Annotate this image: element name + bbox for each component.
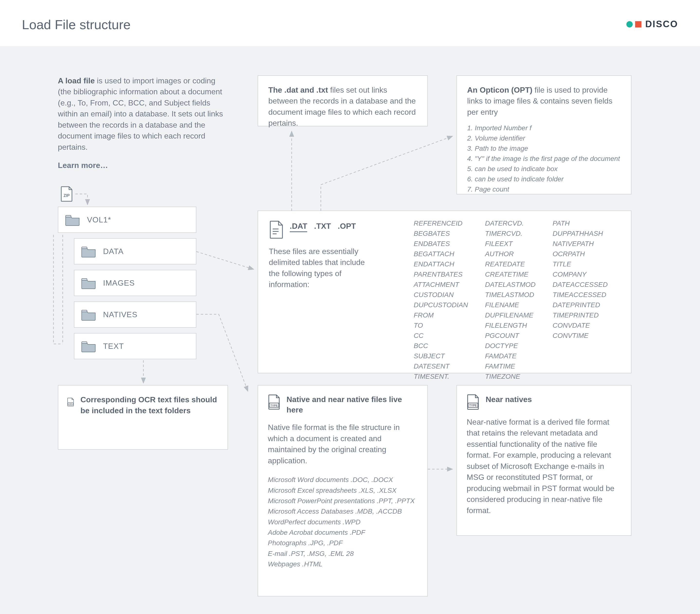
field-name: DATERCVD. (485, 218, 536, 228)
nearnative-description: Near-native format is a derived file for… (467, 417, 621, 516)
folder-icon (81, 277, 96, 289)
native-format-item: E-mail .PST, .MSG, .EML 28 (268, 548, 417, 559)
folder-data: DATA (74, 238, 196, 264)
opticon-bold: An Opticon (OPT) (467, 86, 532, 94)
field-name: AUTHOR (485, 249, 536, 259)
field-name: FAMTIME (485, 361, 536, 372)
folder-icon (81, 340, 96, 352)
field-name: CONVDATE (552, 321, 608, 330)
brand-logo: DISCO (626, 19, 678, 29)
folder-natives-label: NATIVES (103, 310, 138, 319)
folder-images: IMAGES (74, 270, 196, 296)
folder-root: VOL1* (58, 206, 196, 233)
folder-icon (81, 245, 96, 258)
field-name: TITLE (552, 259, 608, 269)
opticon-item: 1. Imported Number f (467, 123, 621, 133)
field-name: DATEACCESSED (552, 279, 608, 290)
field-name: FILENAME (485, 300, 536, 310)
field-name: DUPPATHHASH (552, 228, 608, 239)
native-format-item: Photographs .JPG, .PDF (268, 538, 417, 548)
field-name: TO (414, 321, 468, 330)
tab-dat[interactable]: .DAT (290, 222, 307, 232)
folder-natives: NATIVES (74, 301, 196, 328)
header: Load File structure DISCO (0, 0, 700, 46)
opticon-item: 3. Path to the image (467, 143, 621, 154)
native-format-item: Microsoft PowerPoint presentations .PPT,… (268, 496, 417, 506)
brand-dot-icon (626, 21, 633, 27)
field-name: TIMELASTMOD (485, 290, 536, 300)
nearnative-heading: Near natives (486, 394, 532, 405)
field-name: DATESENT (414, 361, 468, 372)
field-name: PATH (552, 218, 608, 228)
brand-square-icon (635, 21, 641, 27)
native-format-item: Microsoft Word documents .DOC, .DOCX (268, 475, 417, 485)
field-name: REATEDATE (485, 259, 536, 269)
field-name: BEGATTACH (414, 249, 468, 259)
opticon-item: 4. "Y" if the image is the first page of… (467, 154, 621, 164)
field-name: ENDATTACH (414, 259, 468, 269)
opticon-field-list: 1. Imported Number f 2. Volume identifie… (467, 123, 621, 195)
field-name: CC (414, 330, 468, 341)
field-name: TIMEZONE (485, 372, 536, 381)
field-name: COMPANY (552, 269, 608, 279)
folder-tree: VOL1* DATA IMAGES NATIVES TEXT (58, 206, 196, 365)
folder-data-label: DATA (103, 247, 124, 256)
field-name: ATTACHMENT (414, 279, 468, 290)
opticon-item: 5. can be used to indicate box (467, 164, 621, 174)
native-format-item: Webpages .HTML (268, 559, 417, 569)
field-name: BCC (414, 341, 468, 351)
tab-txt[interactable]: .TXT (314, 222, 331, 232)
delim-description: These files are essentially delimited ta… (269, 246, 373, 290)
field-name: PARENTBATES (414, 269, 468, 279)
folder-icon (65, 214, 80, 226)
tab-opt[interactable]: .OPT (338, 222, 356, 232)
field-name: FILEEXT (485, 239, 536, 249)
folder-root-label: VOL1* (87, 215, 111, 224)
svg-text:TYPE: TYPE (270, 404, 278, 407)
field-name: TIMEACCESSED (552, 290, 608, 300)
ocr-text-box: TXT Corresponding OCR text files should … (58, 385, 228, 450)
field-name: FROM (414, 310, 468, 321)
type-file-icon: TYPE (268, 394, 280, 410)
field-name: DATELASTMOD (485, 279, 536, 290)
field-column-3: PATH DUPPATHHASH NATIVEPATH OCRPATH TITL… (552, 218, 608, 381)
dat-explainer-bold: The .dat and .txt (268, 86, 328, 94)
zip-file-icon: ZIP (60, 186, 73, 203)
opticon-item: 6. can be used to indicate folder (467, 174, 621, 184)
intro-block: A load file is used to import images or … (58, 75, 228, 171)
field-name: FILELENGTH (485, 321, 536, 330)
field-name: TIMEPRINTED (552, 310, 608, 321)
field-name: REFERENCEID (414, 218, 468, 228)
field-column-1: REFERENCEID BEGBATES ENDBATES BEGATTACH … (414, 218, 468, 381)
svg-text:TXT: TXT (69, 403, 72, 405)
native-description: Native file format is the file structure… (268, 422, 417, 466)
field-name: OCRPATH (552, 249, 608, 259)
intro-text: A load file is used to import images or … (58, 75, 228, 153)
field-name: BEGBATES (414, 228, 468, 239)
opticon-explainer: An Opticon (OPT) file is used to provide… (457, 75, 632, 195)
learn-more-link[interactable]: Learn more… (58, 160, 228, 171)
svg-text:TYPE: TYPE (469, 404, 477, 407)
field-name: DUPFILENAME (485, 310, 536, 321)
ocr-text: Corresponding OCR text files should be i… (80, 394, 219, 416)
native-format-item: WordPerfect documents .WPD (268, 517, 417, 527)
field-name: DOCTYPE (485, 341, 536, 351)
svg-text:ZIP: ZIP (64, 193, 70, 198)
delimited-table-panel: .DAT .TXT .OPT These files are essential… (258, 211, 632, 373)
field-name: DATEPRINTED (552, 300, 608, 310)
native-format-item: Adobe Acrobat documents .PDF (268, 527, 417, 538)
field-columns: REFERENCEID BEGBATES ENDBATES BEGATTACH … (414, 218, 608, 381)
field-name: SUBJECT (414, 351, 468, 361)
field-name: DUPCUSTODIAN (414, 300, 468, 310)
type-file-icon: TYPE (467, 394, 479, 410)
folder-text-label: TEXT (103, 342, 124, 351)
intro-lead-bold: A load file (58, 76, 95, 85)
txt-file-icon: TXT (67, 394, 74, 410)
field-name: PGCOUNT (485, 330, 536, 341)
canvas: A load file is used to import images or … (0, 46, 700, 614)
file-icon (269, 221, 284, 239)
folder-text: TEXT (74, 333, 196, 359)
brand-text: DISCO (645, 19, 678, 29)
opticon-item: 2. Volume identifier (467, 133, 621, 143)
native-heading: Native and near native files live here (287, 394, 417, 415)
